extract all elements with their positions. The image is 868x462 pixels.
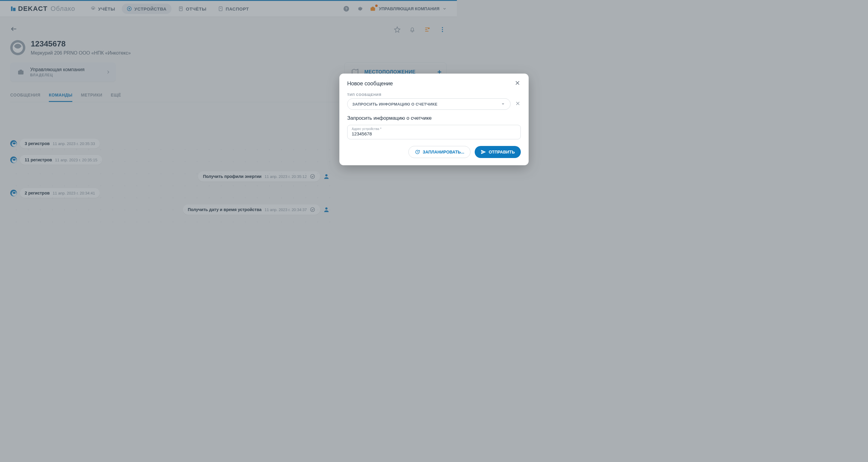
message-type-label: ТИП СООБЩЕНИЯ bbox=[347, 93, 457, 96]
message-type-value: ЗАПРОСИТЬ ИНФОРМАЦИЮ О СЧЕТЧИКЕ bbox=[352, 102, 437, 107]
address-label: Адрес устройства * bbox=[352, 127, 457, 131]
modal-title: Новое сообщение bbox=[347, 81, 393, 87]
schedule-button[interactable]: ЗАПЛАНИРОВАТЬ... bbox=[408, 146, 457, 158]
schedule-label: ЗАПЛАНИРОВАТЬ... bbox=[423, 150, 457, 154]
modal-section-title: Запросить информацию о счетчике bbox=[347, 115, 457, 121]
message-type-select[interactable]: ЗАПРОСИТЬ ИНФОРМАЦИЮ О СЧЕТЧИКЕ bbox=[347, 98, 457, 110]
new-message-modal: Новое сообщение ТИП СООБЩЕНИЯ ЗАПРОСИТЬ … bbox=[339, 74, 457, 165]
schedule-icon bbox=[415, 149, 420, 155]
modal-overlay[interactable]: Новое сообщение ТИП СООБЩЕНИЯ ЗАПРОСИТЬ … bbox=[0, 0, 457, 243]
address-input-wrap[interactable]: Адрес устройства * bbox=[347, 125, 457, 139]
address-input[interactable] bbox=[352, 131, 457, 136]
